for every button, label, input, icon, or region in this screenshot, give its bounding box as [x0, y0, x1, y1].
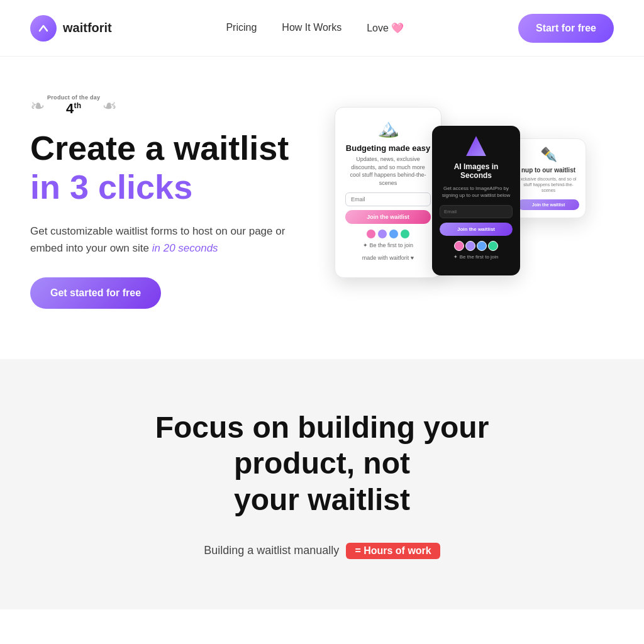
- nav-pricing[interactable]: Pricing: [226, 22, 257, 33]
- product-of-day-badge: ❧ Product of the day 4th ❧: [30, 94, 117, 117]
- card1-join-button[interactable]: Join the waitlist: [345, 210, 431, 224]
- product-of-day-rank: 4th: [66, 101, 81, 117]
- hero-preview: 🏔️ Budgeting made easy Updates, news, ex…: [335, 101, 614, 302]
- logo-link[interactable]: waitforit: [30, 15, 112, 42]
- dark-avatar-3: [477, 241, 487, 251]
- card1-first-text: ✦ Be the first to join: [345, 242, 431, 250]
- avatar-4: [400, 229, 410, 239]
- dark-avatar-4: [488, 241, 498, 251]
- preview-card-2: AI Images in Seconds Get access to Image…: [432, 126, 520, 275]
- card1-email-input[interactable]: [345, 192, 431, 206]
- card2-desc: Get access to ImageAIPro by signing up t…: [440, 185, 513, 199]
- hours-line: Building a waitlist manually = Hours of …: [30, 543, 614, 559]
- product-of-day: ❧ Product of the day 4th ❧: [30, 94, 309, 117]
- avatar-2: [377, 229, 387, 239]
- card2-logo-icon: [466, 136, 486, 156]
- hours-badge: = Hours of work: [346, 543, 440, 559]
- product-of-day-label: Product of the day: [47, 94, 100, 101]
- preview-card-1: 🏔️ Budgeting made easy Updates, news, ex…: [335, 107, 441, 278]
- logo-text: waitforit: [63, 21, 112, 35]
- hero-cta-button[interactable]: Get started for free: [30, 277, 161, 309]
- hero-description: Get customizable waitlist forms to host …: [30, 223, 309, 257]
- laurel-right-icon: ❧: [103, 96, 117, 116]
- card2-join-button[interactable]: Join the waitlist: [440, 223, 513, 236]
- card2-title: AI Images in Seconds: [440, 162, 513, 180]
- hero-left: ❧ Product of the day 4th ❧ Create a wait…: [30, 94, 309, 309]
- card3-icon: ✒️: [518, 147, 579, 163]
- card3-title: nup to our waitlist: [518, 167, 579, 174]
- card3-join-button[interactable]: Join the waitlist: [518, 199, 579, 210]
- card1-emoji: 🏔️: [345, 118, 431, 138]
- preview-card-3: ✒️ nup to our waitlist xclusive discount…: [511, 138, 586, 218]
- avatar-3: [389, 229, 399, 239]
- navbar: waitforit Pricing How It Works Love 🩷 St…: [0, 0, 644, 57]
- card1-title: Budgeting made easy: [345, 143, 431, 153]
- card1-avatars: [345, 229, 431, 239]
- nav-cta-button[interactable]: Start for free: [518, 14, 614, 43]
- avatar-1: [366, 229, 376, 239]
- logo-icon: [30, 15, 57, 42]
- nav-love[interactable]: Love 🩷: [367, 23, 404, 33]
- card2-first-text: ✦ Be the first to join: [440, 253, 513, 260]
- focus-section: Focus on building your product, not your…: [0, 359, 644, 610]
- card1-watermark: made with waitforit ♥: [345, 254, 431, 262]
- hero-link-20-seconds[interactable]: in 20 seconds: [152, 242, 218, 254]
- focus-title: Focus on building your product, not your…: [102, 409, 542, 518]
- nav-how-it-works[interactable]: How It Works: [282, 22, 341, 33]
- nav-links: Pricing How It Works Love 🩷: [226, 22, 404, 34]
- card1-desc: Updates, news, exclusive discounts, and …: [345, 155, 431, 187]
- dark-avatar-1: [454, 241, 464, 251]
- card2-avatars: [440, 241, 513, 251]
- card3-desc: xclusive discounts, and so ol stuff happ…: [518, 176, 579, 193]
- dark-avatar-2: [465, 241, 475, 251]
- laurel-left-icon: ❧: [30, 96, 45, 116]
- card2-email-input[interactable]: [440, 205, 513, 218]
- hero-title: Create a waitlist in 3 clicks: [30, 130, 309, 208]
- hero-section: ❧ Product of the day 4th ❧ Create a wait…: [0, 57, 644, 359]
